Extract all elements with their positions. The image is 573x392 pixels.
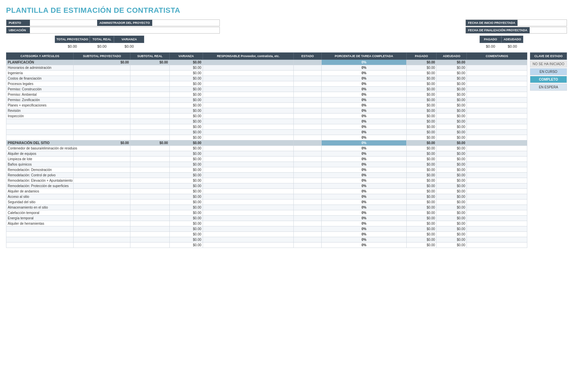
item-subtotal-proyectado[interactable] xyxy=(74,221,130,226)
item-name[interactable]: Remodelación: Control de polvo xyxy=(6,173,74,178)
item-responsable[interactable] xyxy=(203,167,294,173)
item-responsable[interactable] xyxy=(203,157,294,162)
item-name[interactable]: Remodelación: Demostración xyxy=(6,167,74,173)
item-comments[interactable] xyxy=(467,162,527,167)
item-subtotal-real[interactable] xyxy=(130,210,169,216)
item-estado[interactable] xyxy=(294,71,322,76)
item-comments[interactable] xyxy=(467,87,527,92)
item-name[interactable]: Contenedor de basura/eliminación de resi… xyxy=(6,146,74,151)
item-subtotal-proyectado[interactable] xyxy=(74,189,130,194)
item-responsable[interactable] xyxy=(203,237,294,243)
item-subtotal-real[interactable] xyxy=(130,151,169,157)
item-name[interactable] xyxy=(6,119,74,124)
item-estado[interactable] xyxy=(294,205,322,210)
item-estado[interactable] xyxy=(294,221,322,226)
item-estado[interactable] xyxy=(294,119,322,124)
item-comments[interactable] xyxy=(467,157,527,162)
item-responsable[interactable] xyxy=(203,243,294,248)
status-key-item[interactable]: NO SE HA INICIADO xyxy=(530,60,567,68)
item-subtotal-proyectado[interactable] xyxy=(74,146,130,151)
item-comments[interactable] xyxy=(467,65,527,71)
item-subtotal-real[interactable] xyxy=(130,173,169,178)
item-responsable[interactable] xyxy=(203,162,294,167)
item-name[interactable] xyxy=(6,237,74,243)
item-responsable[interactable] xyxy=(203,232,294,237)
item-name[interactable] xyxy=(6,124,74,130)
item-comments[interactable] xyxy=(467,92,527,97)
item-subtotal-real[interactable] xyxy=(130,119,169,124)
item-subtotal-real[interactable] xyxy=(130,167,169,173)
item-subtotal-real[interactable] xyxy=(130,189,169,194)
item-responsable[interactable] xyxy=(203,226,294,232)
item-subtotal-real[interactable] xyxy=(130,237,169,243)
item-name[interactable]: Almacenamiento en el sitio xyxy=(6,205,74,210)
item-subtotal-proyectado[interactable] xyxy=(74,173,130,178)
item-comments[interactable] xyxy=(467,103,527,108)
item-responsable[interactable] xyxy=(203,221,294,226)
item-estado[interactable] xyxy=(294,200,322,205)
item-name[interactable]: Acceso al sitio xyxy=(6,194,74,200)
ubicacion-value[interactable] xyxy=(30,27,164,33)
item-estado[interactable] xyxy=(294,76,322,81)
item-subtotal-proyectado[interactable] xyxy=(74,87,130,92)
item-comments[interactable] xyxy=(467,232,527,237)
item-comments[interactable] xyxy=(467,178,527,183)
item-comments[interactable] xyxy=(467,135,527,140)
item-name[interactable]: Premiso: Ambiental xyxy=(6,92,74,97)
item-subtotal-real[interactable] xyxy=(130,178,169,183)
item-responsable[interactable] xyxy=(203,194,294,200)
item-subtotal-real[interactable] xyxy=(130,200,169,205)
item-estado[interactable] xyxy=(294,151,322,157)
item-responsable[interactable] xyxy=(203,189,294,194)
item-estado[interactable] xyxy=(294,183,322,189)
item-comments[interactable] xyxy=(467,243,527,248)
item-name[interactable] xyxy=(6,243,74,248)
item-comments[interactable] xyxy=(467,114,527,119)
item-estado[interactable] xyxy=(294,162,322,167)
item-subtotal-real[interactable] xyxy=(130,216,169,221)
item-name[interactable] xyxy=(6,130,74,135)
item-subtotal-proyectado[interactable] xyxy=(74,210,130,216)
item-responsable[interactable] xyxy=(203,92,294,97)
item-estado[interactable] xyxy=(294,97,322,103)
item-responsable[interactable] xyxy=(203,130,294,135)
item-name[interactable]: Costos de financiación xyxy=(6,76,74,81)
item-comments[interactable] xyxy=(467,189,527,194)
item-responsable[interactable] xyxy=(203,200,294,205)
item-estado[interactable] xyxy=(294,157,322,162)
item-comments[interactable] xyxy=(467,146,527,151)
item-name[interactable]: Baños químicos xyxy=(6,162,74,167)
item-subtotal-real[interactable] xyxy=(130,162,169,167)
item-name[interactable]: Alquiler de andamios xyxy=(6,189,74,194)
item-name[interactable]: Energía temporal xyxy=(6,216,74,221)
item-comments[interactable] xyxy=(467,81,527,87)
item-subtotal-real[interactable] xyxy=(130,87,169,92)
item-responsable[interactable] xyxy=(203,76,294,81)
item-comments[interactable] xyxy=(467,205,527,210)
item-estado[interactable] xyxy=(294,130,322,135)
item-name[interactable] xyxy=(6,135,74,140)
item-estado[interactable] xyxy=(294,243,322,248)
item-estado[interactable] xyxy=(294,167,322,173)
item-subtotal-real[interactable] xyxy=(130,71,169,76)
item-estado[interactable] xyxy=(294,232,322,237)
item-name[interactable]: Planes + especificaciones xyxy=(6,103,74,108)
item-responsable[interactable] xyxy=(203,65,294,71)
item-estado[interactable] xyxy=(294,237,322,243)
item-subtotal-proyectado[interactable] xyxy=(74,167,130,173)
item-estado[interactable] xyxy=(294,210,322,216)
item-subtotal-proyectado[interactable] xyxy=(74,124,130,130)
item-estado[interactable] xyxy=(294,124,322,130)
item-subtotal-proyectado[interactable] xyxy=(74,135,130,140)
item-comments[interactable] xyxy=(467,130,527,135)
item-responsable[interactable] xyxy=(203,205,294,210)
item-name[interactable]: Alquiler de equipos xyxy=(6,151,74,157)
status-key-item[interactable]: COMPLETO xyxy=(530,76,567,83)
item-estado[interactable] xyxy=(294,194,322,200)
item-subtotal-proyectado[interactable] xyxy=(74,232,130,237)
item-comments[interactable] xyxy=(467,97,527,103)
item-responsable[interactable] xyxy=(203,210,294,216)
item-estado[interactable] xyxy=(294,87,322,92)
item-responsable[interactable] xyxy=(203,71,294,76)
item-name[interactable]: Procesos legales xyxy=(6,81,74,87)
